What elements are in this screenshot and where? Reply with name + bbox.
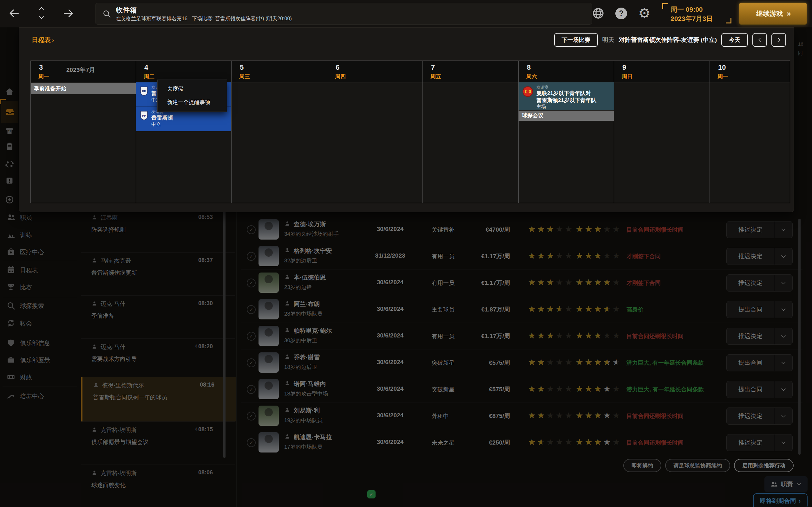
help-button[interactable]: ? (615, 8, 627, 19)
contract-action-button[interactable]: 推迟决定 (726, 434, 793, 451)
calendar-event-plain[interactable]: 季前准备开始 (31, 83, 136, 94)
inbox-message[interactable]: 克雷格·埃明斯↩08:15俱乐部愿景与期望会议 (81, 421, 235, 465)
contract-row[interactable]: ✓诺阿·马维内18岁的攻击型中场30/6/2024突破新星€575/周★★★★★… (241, 376, 803, 403)
chevron-down-icon[interactable] (774, 253, 792, 260)
calendar-day-5[interactable]: 5周三 (232, 61, 327, 203)
chevron-down-icon[interactable] (774, 360, 792, 366)
today-button[interactable]: 今天 (721, 33, 748, 47)
contract-action-button[interactable]: 提出合同 (726, 354, 793, 372)
sidebar-item-transfer[interactable]: 转会 (0, 317, 79, 330)
calendar-day-10[interactable]: 10周一 (710, 61, 790, 203)
calendar-day-9[interactable]: 9周日 (614, 61, 710, 203)
chevron-down-icon[interactable] (774, 280, 792, 286)
row-check-icon[interactable]: ✓ (247, 385, 256, 394)
inbox-message[interactable]: 迈克·马什↩08:20需要战术方向引导 (81, 338, 235, 377)
contract-row[interactable]: ✓查德·埃万斯34岁的久经沙场的射手30/6/2024关键替补€4700/周★★… (241, 216, 803, 243)
rail-item-alert[interactable] (5, 176, 14, 185)
contract-row[interactable]: ✓凯迪恩·卡马拉17岁的中场队员30/6/2024未来之星€250/周★★★★★… (241, 429, 803, 456)
chevron-down-icon[interactable] (774, 227, 792, 233)
sidebar-item-trophy[interactable]: 比赛 (0, 281, 79, 293)
contract-action-button[interactable]: 推迟决定 (726, 221, 793, 238)
row-check-icon[interactable]: ✓ (247, 225, 256, 234)
world-button[interactable] (592, 7, 605, 20)
forward-button[interactable] (63, 8, 74, 19)
contract-action-button[interactable]: 提出合同 (726, 381, 793, 398)
chevron-down-icon[interactable] (774, 333, 792, 339)
advisor-indicator[interactable]: ✓ (367, 490, 375, 498)
chevron-down-icon[interactable] (774, 440, 792, 446)
roles-dropdown[interactable]: 职责 (764, 476, 808, 492)
inbox-message[interactable]: 马特·杰克逊08:37普雷斯顿伤病更新 (81, 252, 235, 296)
sidebar-item-growth[interactable]: 培养中心 (0, 390, 79, 402)
rail-item-ball[interactable] (5, 195, 14, 205)
prev-week-button[interactable] (752, 33, 767, 47)
row-check-icon[interactable]: ✓ (247, 332, 256, 341)
rail-item-shirt[interactable]: 11 (5, 126, 14, 135)
row-check-icon[interactable]: ✓ (247, 412, 256, 420)
contract-action-button[interactable]: 提出合同 (726, 301, 793, 318)
next-match-button[interactable]: 下一场比赛 (554, 33, 598, 47)
rail-item-clipboard[interactable] (5, 142, 14, 151)
sidebar-item-scout[interactable]: 球探搜索 (0, 299, 79, 312)
inbox-message[interactable]: 江春雨08:53阵容选择规则 (81, 209, 235, 252)
calendar-day-6[interactable]: 6周四 (327, 61, 423, 203)
contract-action-button[interactable]: 推迟决定 (726, 407, 793, 425)
rail-item-swap[interactable] (5, 159, 14, 169)
history-down-button[interactable] (38, 14, 45, 21)
history-up-button[interactable] (38, 5, 45, 12)
sidebar-item-briefcase[interactable]: 俱乐部愿景 (0, 354, 79, 366)
apply-remaining-suggestions-button[interactable]: 启用剩余推荐行动 (734, 459, 794, 472)
sidebar-item-medical[interactable]: 医疗中心 (0, 245, 79, 258)
continue-button[interactable]: 继续游戏 » (739, 3, 807, 25)
rail-item-home[interactable] (5, 87, 14, 97)
calendar-event-plain[interactable]: 球探会议 (519, 111, 614, 121)
row-check-icon[interactable]: ✓ (247, 358, 256, 367)
inbox-message[interactable]: 迈克·马什08:30季前准备 (81, 295, 235, 339)
contract-row[interactable]: ✓乔希·谢雷18岁的边后卫30/6/2024突破新星€575/周★★★★★★★★… (241, 349, 803, 376)
ability-stars: ★★★★★★★★★★★ (528, 278, 576, 287)
contract-row[interactable]: ✓帕特里克·鲍尔30岁的中后卫30/6/2024有用一员€1.17万/周★★★★… (241, 323, 803, 349)
table-scrollbar[interactable] (798, 219, 801, 455)
settings-button[interactable]: ⚙ (638, 4, 651, 22)
inbox-message[interactable]: 彼得·里德斯代尔08:16普雷斯顿合同仅剩一年的球员 (81, 377, 237, 421)
sidebar-item-staff[interactable]: 职员 (0, 211, 79, 224)
expiring-contracts-button[interactable]: 即将到期合同 › (753, 493, 808, 507)
calendar-day-8[interactable]: 8周六友谊赛曼联21岁以下青年队对普雷斯顿21岁以下青年队主场球探会议 (519, 61, 614, 203)
rail-item-inbox[interactable] (1, 101, 18, 123)
back-button[interactable] (8, 8, 20, 19)
row-check-icon[interactable]: ✓ (247, 305, 256, 314)
calendar-title-link[interactable]: 日程表› (32, 36, 54, 44)
row-check-icon[interactable]: ✓ (247, 279, 256, 287)
contract-row[interactable]: ✓阿兰·布朗28岁的中场队员30/6/2024重要球员€1.87万/周★★★★★… (241, 296, 803, 323)
inbox-scrollbar[interactable] (223, 211, 225, 458)
ask-dof-renew-button[interactable]: 请足球总监协商续约 (665, 459, 730, 472)
sidebar-item-calendar[interactable]: 日程表 (0, 264, 79, 276)
contract-action-button[interactable]: 推迟决定 (726, 248, 793, 265)
chevron-down-icon[interactable] (774, 413, 792, 419)
calendar-event-match[interactable]: 友谊赛曼联21岁以下青年队对普雷斯顿21岁以下青年队主场 (519, 82, 614, 110)
sidebar-item-money[interactable]: 财政 (0, 371, 79, 383)
sidebar-item-training[interactable]: 训练 (0, 228, 79, 241)
contract-row[interactable]: ✓本·伍德伯恩23岁的边锋30/6/2024有用一员€1.17万/周★★★★★★… (241, 269, 803, 296)
contract-row[interactable]: ✓格列格·坎宁安32岁的边后卫31/12/2023有用一员€1.17万/周★★★… (241, 243, 803, 270)
chevron-down-icon[interactable] (774, 306, 792, 313)
contract-row[interactable]: ✓刘易斯·利19岁的中场队员30/6/2024外租中€875/周★★★★★★★★… (241, 402, 803, 429)
context-menu-item[interactable]: 新建一个提醒事项 (158, 96, 227, 109)
context-menu-item[interactable]: 去度假 (158, 82, 227, 96)
search-bar[interactable]: 收件箱 在英格兰足球冠军联赛排名第16 - 下场比赛: 普雷斯顿次佳阵容(中) … (95, 3, 592, 25)
next-week-button[interactable] (771, 33, 786, 47)
contract-action-button[interactable]: 推迟决定 (726, 328, 793, 345)
row-check-icon[interactable]: ✓ (247, 438, 256, 447)
sidebar-item-shield[interactable]: 俱乐部信息 (0, 337, 79, 349)
contract-expiry-date: 30/6/2024 (365, 279, 415, 286)
contract-status: 才刚签下合同 (626, 279, 728, 287)
contract-action-button[interactable]: 推迟决定 (726, 274, 793, 291)
person-icon (284, 247, 291, 253)
player-description: 34岁的久经沙场的射手 (284, 230, 339, 238)
release-soon-button[interactable]: 即将解约 (623, 459, 661, 472)
chevron-down-icon[interactable] (774, 386, 792, 393)
calendar-day-7[interactable]: 7周五 (423, 61, 519, 203)
calendar-day-3[interactable]: 3周一2023年7月季前准备开始 (31, 61, 136, 203)
row-check-icon[interactable]: ✓ (247, 252, 256, 261)
inbox-message[interactable]: 克雷格·埃明斯08:06球迷面貌变化 (81, 464, 235, 507)
